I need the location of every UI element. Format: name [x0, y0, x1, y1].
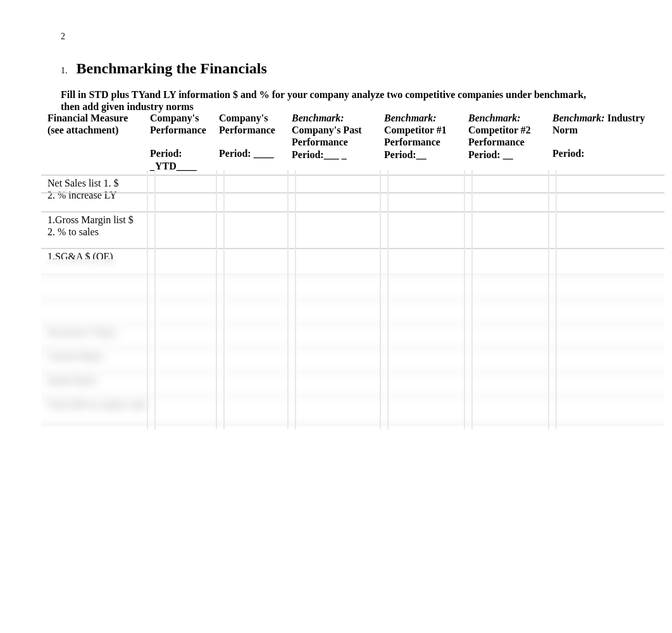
bench3-period: Period: __: [468, 149, 513, 160]
row-line1: Total debt to equity ratio: [47, 398, 664, 410]
heading-number: 1.: [61, 66, 68, 76]
bench3-text: Competitor #2 Performance: [468, 125, 531, 147]
bench2-text: Competitor #1 Performance: [384, 125, 447, 147]
measure-title: Financial Measure: [47, 112, 150, 124]
col-header-performance-1: Company's Performance Period: _YTD____: [150, 112, 219, 172]
col-header-benchmark-past: Benchmark: Company's Past Performance Pe…: [292, 112, 384, 172]
col-header-measure: Financial Measure (see attachment): [41, 112, 150, 172]
table-row: [41, 273, 664, 298]
bench1-text: Company's Past Performance: [292, 125, 362, 147]
table-row: Total debt to equity ratio: [41, 396, 664, 426]
row-line1: Quick Ratio: [47, 374, 664, 386]
table-row: Net Sales list 1. $ 2. % increase LY: [41, 175, 664, 211]
financial-table: Financial Measure (see attachment) Compa…: [41, 112, 664, 426]
blurred-region: Inventory T/days Current Ratio Quick Rat…: [41, 273, 664, 426]
bench3-label: Benchmark:: [468, 113, 521, 123]
bench4-label: Benchmark:: [552, 113, 605, 123]
perf1-title: Company's Performance: [150, 112, 219, 136]
perf1-period: Period: _YTD____: [150, 147, 219, 171]
col-header-benchmark-comp2: Benchmark: Competitor #2 Performance Per…: [468, 112, 552, 172]
heading-text: Benchmarking the Financials: [77, 60, 267, 77]
instructions-line2: then add given industry norms: [61, 101, 194, 112]
bench1-label: Benchmark:: [292, 113, 344, 123]
table-row: Quick Ratio: [41, 372, 664, 396]
instructions: Fill in STD plus TYand LY information $ …: [61, 89, 586, 113]
section-heading: 1. Benchmarking the Financials: [61, 60, 267, 77]
col-header-benchmark-industry: Benchmark: Industry Norm Period:: [552, 112, 661, 172]
col-header-benchmark-comp1: Benchmark: Competitor #1 Performance Per…: [384, 112, 468, 172]
perf2-period: Period: ____: [219, 147, 292, 159]
bench1-period: Period:___ _: [292, 149, 347, 160]
table-row: Inventory T/days: [41, 324, 664, 348]
row-line1: Current Ratio: [47, 350, 664, 362]
instructions-line1: Fill in STD plus TYand LY information $ …: [61, 89, 586, 100]
bench2-period: Period:__: [384, 149, 426, 160]
col-header-performance-2: Company's Performance Period: ____: [219, 112, 292, 172]
row-line1: 1.Gross Margin list $: [47, 214, 664, 226]
table-row: [41, 298, 664, 324]
page-number: 2: [61, 32, 65, 42]
row-line1: 1.SG&A $ (OE): [47, 250, 664, 262]
measure-subtitle: (see attachment): [47, 124, 150, 136]
table-row: Current Ratio: [41, 348, 664, 372]
perf2-title: Company's Performance: [219, 112, 292, 136]
table-header-row: Financial Measure (see attachment) Compa…: [41, 112, 664, 175]
row-line1: Inventory T/days: [47, 326, 664, 338]
row-line2: 2. % increase LY: [47, 189, 664, 201]
table-row: 1.SG&A $ (OE): [41, 248, 664, 273]
row-line2: 2. % to sales: [47, 226, 664, 238]
row-line1: Net Sales list 1. $: [47, 177, 664, 189]
table-row: 1.Gross Margin list $ 2. % to sales: [41, 211, 664, 248]
table-body: Net Sales list 1. $ 2. % increase LY 1.G…: [41, 175, 664, 426]
bench2-label: Benchmark:: [384, 113, 437, 123]
bench4-period: Period:: [552, 148, 585, 159]
